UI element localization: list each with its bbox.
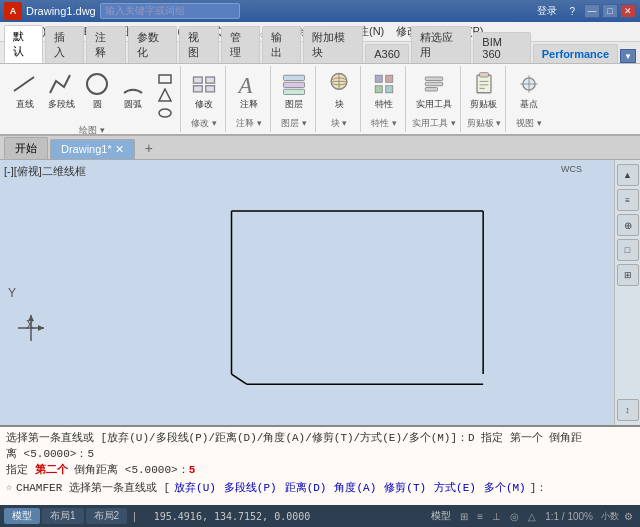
right-btn-2[interactable]: ≡ xyxy=(617,189,639,211)
arc-icon xyxy=(119,70,147,98)
status-zoom: 1:1 / 100% xyxy=(545,511,593,522)
status-grid[interactable]: ≡ xyxy=(474,510,486,523)
tab-performance[interactable]: Performance xyxy=(533,44,618,63)
tool-layer[interactable]: 图层 xyxy=(277,68,311,113)
utility-tools: 实用工具 xyxy=(413,68,455,115)
status-tab-layout2[interactable]: 布局2 xyxy=(86,508,128,524)
right-btn-5[interactable]: ⊞ xyxy=(617,264,639,286)
status-ortho[interactable]: ⊥ xyxy=(489,510,504,523)
tool-utility[interactable]: 实用工具 xyxy=(413,68,455,113)
clipboard-icon xyxy=(470,70,498,98)
tool-polyline[interactable]: 多段线 xyxy=(44,68,78,113)
wcs-indicator: WCS xyxy=(561,164,582,174)
tool-clipboard[interactable]: 剪贴板 xyxy=(467,68,501,113)
clipboard-tools: 剪贴板 xyxy=(467,68,501,115)
status-tab-layout1[interactable]: 布局1 xyxy=(42,508,84,524)
help-button[interactable]: ? xyxy=(566,6,578,17)
svg-point-2 xyxy=(87,74,107,94)
login-button[interactable]: 登录 xyxy=(534,4,560,18)
right-btn-6[interactable]: ↕ xyxy=(617,399,639,421)
autocad-logo: A xyxy=(4,2,22,20)
draw-small-2[interactable] xyxy=(154,86,176,104)
tab-output[interactable]: 输出 xyxy=(262,26,301,63)
tab-default[interactable]: 默认 xyxy=(4,25,43,63)
polyline-icon xyxy=(47,70,75,98)
close-button[interactable]: ✕ xyxy=(620,4,636,18)
tab-a360[interactable]: A360 xyxy=(365,44,409,63)
tab-drawing1[interactable]: Drawing1* ✕ xyxy=(50,139,135,159)
block-label: 块 xyxy=(335,98,344,111)
title-bar-left: A Drawing1.dwg 输入关键字或词组 xyxy=(4,2,534,20)
search-placeholder: 输入关键字或词组 xyxy=(105,4,185,18)
tab-manage[interactable]: 管理 xyxy=(221,26,260,63)
tool-basepoint[interactable]: 基点 xyxy=(512,68,546,113)
ribbon-group-clipboard: 剪贴板 剪贴板 ▾ xyxy=(463,66,507,132)
ribbon-panel: 直线 多段线 圆 圆弧 xyxy=(0,64,640,136)
ribbon-collapse[interactable]: ▼ xyxy=(620,49,636,63)
right-btn-1[interactable]: ▲ xyxy=(617,164,639,186)
maximize-button[interactable]: □ xyxy=(602,4,618,18)
circle-icon xyxy=(83,70,111,98)
basepoint-icon xyxy=(515,70,543,98)
draw-small-1[interactable] xyxy=(154,68,176,86)
ribbon-group-modify: 修改 修改 ▾ xyxy=(183,66,226,132)
tool-annotation[interactable]: A 注释 xyxy=(232,68,266,113)
modify-tools: 修改 xyxy=(187,68,221,115)
svg-rect-3 xyxy=(159,75,171,83)
tool-modify[interactable]: 修改 xyxy=(187,68,221,113)
command-area: 选择第一条直线或 [放弃(U)/多段线(P)/距离(D)/角度(A)/修剪(T)… xyxy=(0,425,640,505)
tab-start[interactable]: 开始 xyxy=(4,137,48,159)
status-snap[interactable]: ⊞ xyxy=(457,510,471,523)
search-bar[interactable]: 输入关键字或词组 xyxy=(100,3,240,19)
title-bar: A Drawing1.dwg 输入关键字或词组 登录 ? — □ ✕ xyxy=(0,0,640,22)
tab-add[interactable]: + xyxy=(137,137,161,159)
tab-insert[interactable]: 插入 xyxy=(45,26,84,63)
svg-rect-9 xyxy=(206,86,215,92)
ribbon-group-property: 特性 特性 ▾ xyxy=(363,66,406,132)
status-bar: 模型 布局1 布局2 | 195.4916, 134.7152, 0.0000 … xyxy=(0,505,640,527)
draw-small-3[interactable] xyxy=(154,104,176,122)
tool-property[interactable]: 特性 xyxy=(367,68,401,113)
line-label: 直线 xyxy=(16,98,34,111)
svg-rect-18 xyxy=(375,75,382,82)
viewport[interactable]: [-][俯视]二维线框 Y X xyxy=(0,160,614,425)
tab-addon[interactable]: 附加模块 xyxy=(303,26,363,63)
view-tools: 基点 xyxy=(512,68,546,115)
tool-arc[interactable]: 圆弧 xyxy=(116,68,150,113)
tab-annotation[interactable]: 注释 xyxy=(86,26,125,63)
right-btn-4[interactable]: □ xyxy=(617,239,639,261)
property-tools: 特性 xyxy=(367,68,401,115)
status-osnap[interactable]: △ xyxy=(525,510,539,523)
utility-group-label: 实用工具 ▾ xyxy=(412,117,456,130)
svg-rect-12 xyxy=(284,82,305,87)
status-settings[interactable]: ⚙ xyxy=(621,510,636,523)
polyline-label: 多段线 xyxy=(48,98,75,111)
status-separator: | xyxy=(129,511,140,522)
line-icon xyxy=(11,70,39,98)
tab-bim360[interactable]: BIM 360 xyxy=(473,32,530,63)
title-file-name: Drawing1.dwg xyxy=(26,5,96,17)
arc-label: 圆弧 xyxy=(124,98,142,111)
status-polar[interactable]: ◎ xyxy=(507,510,522,523)
tool-line[interactable]: 直线 xyxy=(8,68,42,113)
cmd-line-4: ☆ CHAMFER 选择第一条直线或 [放弃(U) 多段线(P) 距离(D) 角… xyxy=(6,480,634,496)
tab-featured[interactable]: 精选应用 xyxy=(411,26,471,63)
svg-rect-13 xyxy=(284,89,305,94)
annotation-group-label: 注释 ▾ xyxy=(236,117,262,130)
layer-label: 图层 xyxy=(285,98,303,111)
minimize-button[interactable]: — xyxy=(584,4,600,18)
tab-view[interactable]: 视图 xyxy=(179,26,218,63)
annotation-label: 注释 xyxy=(240,98,258,111)
right-btn-3[interactable]: ⊕ xyxy=(617,214,639,236)
basepoint-label: 基点 xyxy=(520,98,538,111)
ribbon-tab-controls: ▼ xyxy=(620,49,636,63)
tool-block[interactable]: 块 xyxy=(322,68,356,113)
status-tab-model[interactable]: 模型 xyxy=(4,508,40,524)
svg-rect-24 xyxy=(425,88,437,92)
tool-circle[interactable]: 圆 xyxy=(80,68,114,113)
svg-rect-21 xyxy=(386,86,393,93)
svg-rect-6 xyxy=(194,77,203,83)
property-label: 特性 xyxy=(375,98,393,111)
svg-rect-20 xyxy=(375,86,382,93)
tab-param[interactable]: 参数化 xyxy=(128,26,178,63)
